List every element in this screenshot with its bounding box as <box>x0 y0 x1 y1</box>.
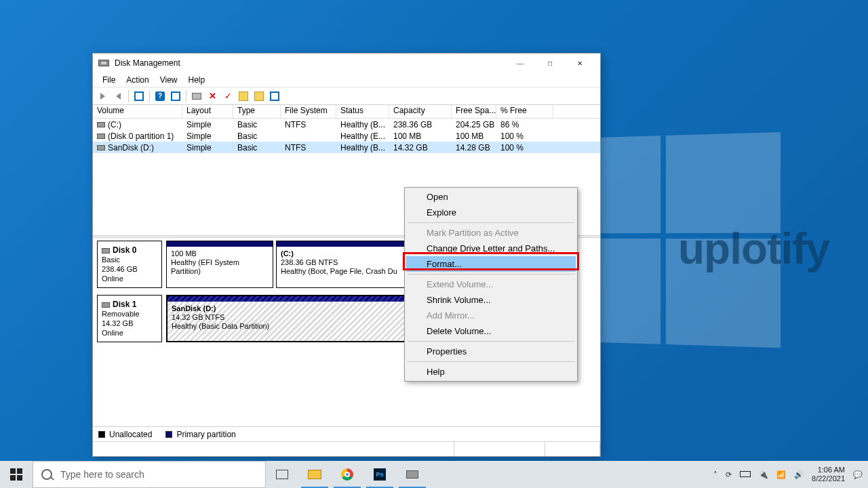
menu-help[interactable]: Help <box>183 74 211 86</box>
legend-swatch-unallocated <box>98 431 105 438</box>
disk-label[interactable]: Disk 0Basic238.46 GBOnline <box>97 241 162 288</box>
taskbar-diskmgmt-icon[interactable] <box>396 461 429 488</box>
statusbar <box>93 441 600 456</box>
col-free[interactable]: Free Spa... <box>452 105 496 118</box>
close-button[interactable]: ✕ <box>565 54 595 73</box>
tray-battery-icon[interactable] <box>740 470 751 479</box>
col-type[interactable]: Type <box>233 105 281 118</box>
ctx-delete[interactable]: Delete Volume... <box>406 323 576 339</box>
col-pctfree[interactable]: % Free <box>496 105 553 118</box>
legend-primary: Primary partition <box>176 430 235 439</box>
legend: Unallocated Primary partition <box>93 426 600 441</box>
app-icon <box>98 60 109 66</box>
ctx-help[interactable]: Help <box>406 364 576 380</box>
system-tray: ˄ ⟳ 🔌 📶 🔊 1:06 AM 8/22/2021 💬 <box>708 466 868 483</box>
menu-file[interactable]: File <box>97 74 121 86</box>
tool-props-icon[interactable] <box>268 89 281 103</box>
ctx-mirror: Add Mirror... <box>406 308 576 323</box>
menu-action[interactable]: Action <box>121 74 154 86</box>
tray-notifications-icon[interactable]: 💬 <box>853 470 863 479</box>
ctx-properties[interactable]: Properties <box>406 344 576 359</box>
search-icon <box>41 469 52 480</box>
col-status[interactable]: Status <box>336 105 389 118</box>
taskbar-chrome-icon[interactable] <box>331 461 363 488</box>
col-fs[interactable]: File System <box>281 105 336 118</box>
menu-view[interactable]: View <box>155 74 183 86</box>
tray-wifi-icon[interactable]: 📶 <box>776 470 786 479</box>
col-volume[interactable]: Volume <box>93 105 182 118</box>
table-row[interactable]: (C:)SimpleBasicNTFSHealthy (B...238.36 G… <box>93 119 600 130</box>
ctx-change-letter[interactable]: Change Drive Letter and Paths... <box>406 241 576 256</box>
start-button[interactable] <box>0 461 33 488</box>
tool-drive-icon[interactable] <box>190 89 203 103</box>
taskbar-explorer-icon[interactable] <box>298 461 331 488</box>
tool-new1-icon[interactable] <box>237 89 250 103</box>
volume-list-header: Volume Layout Type File System Status Ca… <box>93 105 600 119</box>
table-row[interactable]: (Disk 0 partition 1)SimpleBasicHealthy (… <box>93 130 600 142</box>
tool-delete-icon[interactable]: ✕ <box>205 89 219 103</box>
col-capacity[interactable]: Capacity <box>389 105 452 118</box>
partition[interactable]: 100 MBHealthy (EFI System Partition) <box>166 241 273 288</box>
menubar: File Action View Help <box>93 73 600 87</box>
table-row[interactable]: SanDisk (D:)SimpleBasicNTFSHealthy (B...… <box>93 142 600 153</box>
tray-volume-icon[interactable]: 🔊 <box>794 470 804 479</box>
ctx-mark-active: Mark Partition as Active <box>406 225 576 241</box>
tray-clock[interactable]: 1:06 AM 8/22/2021 <box>812 466 845 483</box>
ctx-open[interactable]: Open <box>406 189 576 205</box>
task-icons: Ps <box>266 461 429 488</box>
tool-refresh-icon[interactable] <box>132 89 146 103</box>
legend-swatch-primary <box>165 431 172 438</box>
tool-check-icon[interactable]: ✓ <box>221 89 235 103</box>
back-button[interactable] <box>96 89 109 103</box>
tray-power-icon[interactable]: 🔌 <box>759 470 768 479</box>
ctx-shrink[interactable]: Shrink Volume... <box>406 292 576 308</box>
tray-date: 8/22/2021 <box>812 474 845 483</box>
tool-new2-icon[interactable] <box>252 89 266 103</box>
forward-button[interactable] <box>111 89 125 103</box>
toolbar: ? ✕ ✓ <box>93 87 600 105</box>
taskbar-photoshop-icon[interactable]: Ps <box>363 461 396 488</box>
maximize-button[interactable]: □ <box>535 54 565 73</box>
search-box[interactable]: Type here to search <box>33 461 266 488</box>
tool-grid-icon[interactable] <box>169 89 182 103</box>
watermark: uplotify <box>678 224 829 274</box>
ctx-explore[interactable]: Explore <box>406 205 576 220</box>
minimize-button[interactable]: — <box>505 54 535 73</box>
disk-label[interactable]: Disk 1Removable14.32 GBOnline <box>97 295 162 342</box>
tray-chevron-icon[interactable]: ˄ <box>713 470 717 479</box>
col-layout[interactable]: Layout <box>182 105 233 118</box>
legend-unallocated: Unallocated <box>109 430 152 439</box>
window-title: Disk Management <box>115 58 180 68</box>
ctx-format[interactable]: Format... <box>406 256 576 272</box>
titlebar[interactable]: Disk Management — □ ✕ <box>93 54 600 73</box>
tool-help-icon[interactable]: ? <box>153 89 167 103</box>
taskbar: Type here to search Ps ˄ ⟳ 🔌 📶 🔊 1:06 AM… <box>0 461 868 488</box>
context-menu: Open Explore Mark Partition as Active Ch… <box>404 187 578 382</box>
tray-sync-icon[interactable]: ⟳ <box>726 470 732 479</box>
search-placeholder: Type here to search <box>60 469 144 480</box>
task-view-icon[interactable] <box>266 461 298 488</box>
tray-time: 1:06 AM <box>812 466 845 474</box>
ctx-extend: Extend Volume... <box>406 277 576 292</box>
